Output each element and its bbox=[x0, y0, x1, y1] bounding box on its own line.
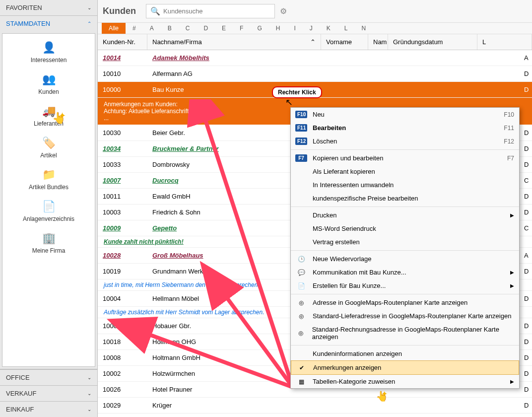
menu-item[interactable]: F11BearbeitenF11 bbox=[291, 121, 519, 135]
col-nam[interactable]: Nam bbox=[368, 34, 388, 50]
letter-tab-E[interactable]: E bbox=[215, 23, 233, 34]
person-icon: 👤 bbox=[40, 41, 58, 55]
sidebar-item-artikel[interactable]: 🏷️Artikel bbox=[2, 136, 95, 159]
col-date[interactable]: Gründungsdatum bbox=[388, 34, 477, 50]
letter-tab-D[interactable]: D bbox=[197, 23, 215, 34]
letter-tab-L[interactable]: L bbox=[337, 23, 355, 34]
col-name[interactable]: Nachname/Firma⌃ bbox=[147, 34, 321, 50]
sidebar-item-lieferanten[interactable]: 🚚Lieferanten bbox=[2, 104, 95, 127]
hand-cursor-icon: 👆 bbox=[52, 112, 66, 125]
letter-tab-F[interactable]: F bbox=[233, 23, 250, 34]
sidebar-item-kunden[interactable]: 👥Kunden bbox=[2, 72, 95, 95]
menu-item[interactable]: 🕒Neue Wiedervorlage bbox=[291, 252, 519, 266]
letter-tab-I[interactable]: I bbox=[287, 23, 302, 34]
letter-tab-H[interactable]: H bbox=[269, 23, 287, 34]
menu-item[interactable]: ▦Tabellen-Kategorie zuweisen▶ bbox=[291, 375, 519, 388]
letter-tab-N[interactable]: N bbox=[355, 23, 373, 34]
sidebar-item-interessenten[interactable]: 👤Interessenten bbox=[2, 41, 95, 64]
callout-rechter-klick: Rechter Klick bbox=[272, 86, 322, 98]
document-icon: 📄 bbox=[40, 200, 58, 213]
menu-item[interactable]: ◎Standard-Lieferadresse in GoogleMaps-Ro… bbox=[291, 309, 519, 323]
tag-icon: 🏷️ bbox=[40, 136, 58, 150]
menu-item[interactable]: F7Kopieren und bearbeitenF7 bbox=[291, 151, 519, 165]
menu-item[interactable]: kundenspezifische Preise bearbeiten bbox=[291, 192, 519, 205]
table-row[interactable]: 10014Adamek MöbelhitsA bbox=[98, 50, 532, 66]
search-icon: 🔍 bbox=[150, 6, 160, 16]
menu-item[interactable]: Kundeninformationen anzeigen bbox=[291, 347, 519, 360]
menu-item[interactable]: F10NeuF10 bbox=[291, 108, 519, 121]
page-title: Kunden bbox=[103, 6, 136, 16]
nav-office[interactable]: OFFICE⌄ bbox=[0, 369, 97, 385]
hand-cursor-icon-2: 👆 bbox=[376, 390, 388, 402]
nav-favoriten[interactable]: FAVORITEN⌄ bbox=[0, 0, 97, 15]
menu-item[interactable]: Als Lieferant kopieren bbox=[291, 165, 519, 178]
letter-tab-B[interactable]: B bbox=[161, 23, 179, 34]
table-row[interactable]: 10029KrügerD bbox=[98, 398, 532, 414]
building-icon: 🏢 bbox=[40, 231, 58, 245]
col-vorname[interactable]: Vorname bbox=[321, 34, 368, 50]
menu-item[interactable]: MS-Word Seriendruck bbox=[291, 222, 519, 235]
context-menu: F10NeuF10F11BearbeitenF11F12LöschenF12F7… bbox=[290, 107, 520, 389]
letter-tab-K[interactable]: K bbox=[320, 23, 337, 34]
table-row[interactable]: 10010Alfermann AGD bbox=[98, 66, 532, 82]
sidebar-item-anlagen[interactable]: 📄Anlagenverzeichnis bbox=[2, 200, 95, 222]
menu-item[interactable]: Vertrag erstellen bbox=[291, 235, 519, 249]
nav-stammdaten[interactable]: STAMMDATEN⌃ bbox=[0, 16, 97, 31]
people-icon: 👥 bbox=[40, 72, 58, 86]
search-box[interactable]: 🔍 bbox=[146, 4, 275, 18]
menu-item[interactable]: Drucken▶ bbox=[291, 208, 519, 222]
menu-item[interactable]: ✔Anmerkungen anzeigen bbox=[291, 360, 519, 375]
gear-icon[interactable]: ⚙ bbox=[280, 6, 287, 16]
menu-item[interactable]: ◎Adresse in GoogleMaps-Routenplaner Kart… bbox=[291, 296, 519, 309]
menu-item[interactable]: F12LöschenF12 bbox=[291, 135, 519, 148]
sidebar-item-meine-firma[interactable]: 🏢Meine Firma bbox=[2, 231, 95, 254]
col-last[interactable]: L bbox=[477, 34, 532, 50]
cursor-icon: ↖ bbox=[285, 97, 293, 108]
col-kunden-nr[interactable]: Kunden-Nr. bbox=[98, 34, 147, 50]
letter-tab-Alle[interactable]: Alle bbox=[102, 23, 126, 34]
letter-tab-#[interactable]: # bbox=[126, 23, 143, 34]
letter-tab-A[interactable]: A bbox=[143, 23, 161, 34]
nav-einkauf[interactable]: EINKAUF⌄ bbox=[0, 401, 97, 417]
letter-tab-C[interactable]: C bbox=[179, 23, 197, 34]
search-input[interactable] bbox=[163, 7, 270, 15]
menu-item[interactable]: 💬Kommunikation mit Bau Kunze...▶ bbox=[291, 266, 519, 279]
menu-item[interactable]: ◎Standard-Rechnungsadresse in GoogleMaps… bbox=[291, 323, 519, 344]
menu-item[interactable]: In Interessenten umwandeln bbox=[291, 178, 519, 192]
menu-item[interactable]: 📄Erstellen für Bau Kunze...▶ bbox=[291, 279, 519, 292]
nav-verkauf[interactable]: VERKAUF⌄ bbox=[0, 385, 97, 401]
chevron-up-icon: ⌃ bbox=[87, 21, 91, 26]
folder-icon: 📁 bbox=[40, 168, 58, 182]
letter-tab-G[interactable]: G bbox=[250, 23, 268, 34]
letter-tab-J[interactable]: J bbox=[303, 23, 320, 34]
chevron-down-icon: ⌄ bbox=[87, 5, 91, 10]
sidebar-item-artikel-bundles[interactable]: 📁Artikel Bundles bbox=[2, 168, 95, 191]
